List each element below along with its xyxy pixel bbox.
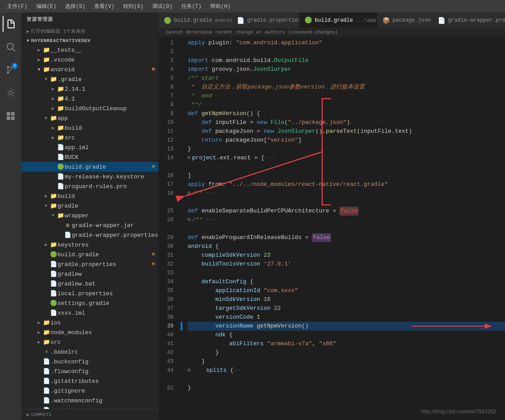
tree-item-ios[interactable]: ▶ 📁 ios — [21, 318, 158, 328]
tree-item-gitignore[interactable]: ▶ 📄 .gitignore — [21, 386, 158, 396]
tab-props-icon: 📄 — [237, 17, 244, 24]
tree-item-app[interactable]: ▼ 📁 app — [21, 113, 158, 123]
tree-item-gradlewbat[interactable]: ▶ 📄 gradlew.bat — [21, 279, 158, 289]
open-editors-section[interactable]: ▶ 打开的编辑器 1个未保存 — [21, 26, 158, 36]
code-line-44: ⊞ splits {··· — [188, 366, 505, 375]
tree-item-appjson[interactable]: ▶ 📄 app.json — [21, 405, 158, 409]
tree-item-node-modules[interactable]: ▶ 📁 node_modules — [21, 328, 158, 337]
tree-item-buildgradle-app[interactable]: ▶ 🟢 build.gradle M — [21, 162, 158, 172]
tree-item-src-root[interactable]: ▶ 📁 src — [21, 337, 158, 347]
tree-item-keystores[interactable]: ▶ 📁 keystores — [21, 240, 158, 250]
tree-item-wrapper[interactable]: ▼ 📁 wrapper — [21, 211, 158, 220]
tree-item-build-app[interactable]: ▶ 📁 build — [21, 123, 158, 133]
tree-item-gradlewrapper-props[interactable]: ▶ 📄 gradle-wrapper.properties — [21, 230, 158, 240]
arrow-annotation — [412, 323, 501, 330]
activity-git[interactable]: 3 — [3, 62, 19, 78]
tree-item-buckconfig[interactable]: ▶ 📄 .buckconfig — [21, 357, 158, 366]
code-line-1: apply plugin: "com.android.application" — [188, 39, 505, 47]
code-line-7: * end — [188, 92, 505, 100]
tree-item-gradle-root[interactable]: ▼ 📁 .gradle — [21, 74, 158, 84]
tree-item-tests[interactable]: ▶ 📁 __tests__ — [21, 45, 158, 55]
code-line-5: /** start — [188, 74, 505, 83]
menu-file[interactable]: 文件(F) — [4, 2, 31, 11]
root-section[interactable]: ▼ MAYUNREACTNATIVEDEV — [21, 36, 158, 45]
tree-item-v2141[interactable]: ▶ 📁 2.14.1 — [21, 84, 158, 94]
menu-task[interactable]: 任务(T) — [178, 2, 205, 11]
menu-select[interactable]: 选择(S) — [62, 2, 89, 11]
tree-item-android[interactable]: ▼ 📁 android M — [21, 65, 158, 74]
code-line-17: apply from: "../../node_modules/react-na… — [188, 180, 505, 189]
code-line-9: def getNpmVersion() { — [188, 109, 505, 118]
svg-line-1 — [13, 49, 15, 52]
tree-item-build-android[interactable]: ▶ 📁 build — [21, 191, 158, 201]
code-content: 1 2 3 4 5 6 7 8 9 10 11 12 13 14 16 17 — [158, 37, 505, 420]
menu-edit[interactable]: 编辑(E) — [33, 2, 60, 11]
tree-item-settingsgradle[interactable]: ▶ 🟢 settings.gradle — [21, 298, 158, 308]
info-bar: Cannot determine recent change or author… — [158, 28, 505, 37]
activity-extensions[interactable] — [3, 108, 19, 124]
tree-item-buck[interactable]: ▶ 📄 BUCK — [21, 152, 158, 162]
svg-point-4 — [7, 72, 9, 74]
tree-item-gitattributes[interactable]: ▶ 📄 .gitattributes — [21, 376, 158, 386]
watermark: http://blog.csdn.net/win7583362 — [421, 408, 496, 415]
tab-build-android[interactable]: 🟢 build.gradle android ✕ — [158, 12, 231, 28]
menu-bar: 文件(F) 编辑(E) 选择(S) 查看(V) 转到(G) 调试(D) 任务(T… — [0, 0, 505, 12]
tree-item-src-app[interactable]: ▶ 📁 src — [21, 133, 158, 143]
code-line-18: ⊞/** ··· — [188, 189, 505, 198]
tab-gradle-props[interactable]: 📄 gradle.properties ✕ — [231, 12, 299, 28]
code-line-34: defaultConfig { — [188, 277, 505, 286]
tree-item-localprops[interactable]: ▶ 📄 local.properties — [21, 289, 158, 298]
tree-item-v41[interactable]: ▶ 📁 4.1 — [21, 94, 158, 104]
tree-item-proguard[interactable]: ▶ 📄 proguard-rules.pro — [21, 181, 158, 191]
code-line-6: * 自定义方法，获取package.json参数version，进行版本设置 — [188, 83, 505, 92]
tab-gradle-icon-3: 🟢 — [305, 16, 312, 24]
code-line-32: buildToolsVersion '27.0.1' — [188, 260, 505, 269]
tab-package-icon: 📦 — [382, 17, 390, 24]
tree-item-watchmanconfig[interactable]: ▶ 📄 .watchmanconfig — [21, 396, 158, 405]
svg-rect-7 — [11, 112, 15, 116]
tree-item-appiml[interactable]: ▶ 📄 app.iml — [21, 143, 158, 152]
tree-item-myrelease[interactable]: ▶ 📄 my-release-key.keystore — [21, 172, 158, 181]
code-line-38: versionCode 1 — [188, 313, 505, 322]
tree-item-buildoutputcleanup[interactable]: ▶ 📁 buildOutputCleanup — [21, 104, 158, 113]
tab-package-json[interactable]: 📦 package.json ✕ — [377, 12, 432, 28]
menu-goto[interactable]: 转到(G) — [120, 2, 147, 11]
code-line-2 — [188, 47, 505, 56]
activity-files[interactable] — [3, 16, 19, 32]
tree-item-buildgradle-root[interactable]: ▶ 🟢 build.gradle M — [21, 250, 158, 259]
tree-item-vscode[interactable]: ▶ 📁 .vscode — [21, 55, 158, 65]
activity-bar: 3 — [0, 12, 21, 420]
tree-item-gradlewrapper-jar[interactable]: ▶ ⚙ gradle-wrapper.jar — [21, 220, 158, 230]
menu-help[interactable]: 帮助(H) — [207, 2, 234, 11]
code-line-blank — [188, 162, 505, 171]
main-layout: 3 资源管理器 ▶ 打开的编辑器 1个未保存 ▼ — [0, 12, 505, 420]
code-line-33 — [188, 269, 505, 277]
tree-item-gradlew[interactable]: ▶ 📄 gradlew — [21, 269, 158, 279]
svg-point-2 — [7, 66, 9, 69]
commits-section[interactable]: ▶ COMMITS — [21, 409, 158, 420]
svg-point-0 — [7, 43, 13, 50]
menu-debug[interactable]: 调试(D) — [149, 2, 176, 11]
tree-item-xxxximl[interactable]: ▶ 📄 xxxx.iml — [21, 308, 158, 318]
svg-rect-9 — [11, 116, 15, 120]
code-line-14: ⊞project.ext.react = [··· — [188, 154, 505, 162]
code-line-39: versionName getNpmVersion() — [188, 322, 505, 331]
code-line-gap3 — [188, 375, 505, 384]
svg-point-5 — [9, 91, 12, 95]
activity-debug[interactable] — [3, 85, 19, 101]
tree-item-flowconfig[interactable]: ▶ 📄 .flowconfig — [21, 366, 158, 376]
code-lines: apply plugin: "com.android.application" … — [181, 37, 505, 420]
git-badge: 3 — [12, 63, 18, 69]
tree-item-babelrc[interactable]: ▶ ⚡ .babelrc — [21, 347, 158, 357]
code-editor[interactable]: 1 2 3 4 5 6 7 8 9 10 11 12 13 14 16 17 — [158, 37, 505, 420]
tree-item-gradle-folder[interactable]: ▼ 📁 gradle — [21, 201, 158, 211]
code-line-12: return packageJson["version"] — [188, 136, 505, 145]
code-line-31: compileSdkVersion 23 — [188, 251, 505, 260]
tab-gradle-wrapper[interactable]: 📄 gradle-wrapper.prop ✕ — [432, 12, 505, 28]
tree-item-gradleprops[interactable]: ▶ 📄 gradle.properties M — [21, 259, 158, 269]
tab-bar: 🟢 build.gradle android ✕ 📄 gradle.proper… — [158, 12, 505, 28]
activity-search[interactable] — [3, 39, 19, 55]
tab-build-app[interactable]: 🟢 build.gradle ...\app ✕ — [299, 12, 377, 28]
menu-view[interactable]: 查看(V) — [91, 2, 118, 11]
code-line-43: } — [188, 357, 505, 366]
